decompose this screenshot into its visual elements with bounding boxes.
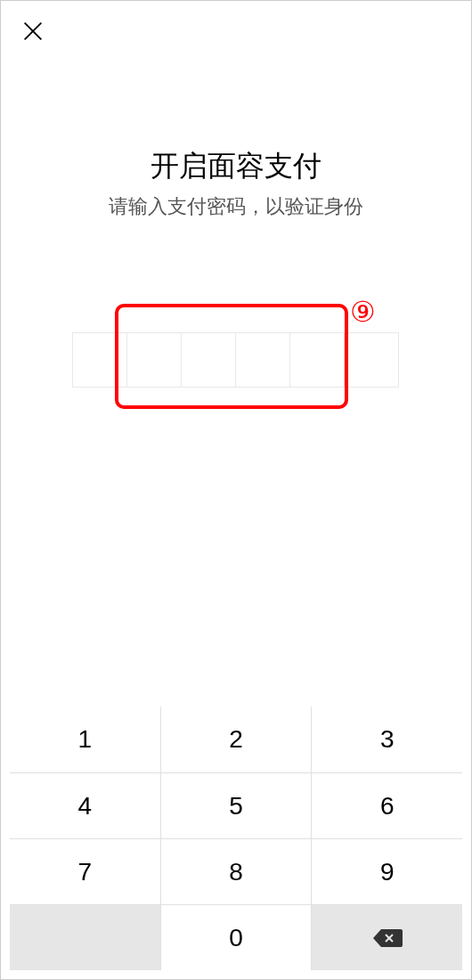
pin-digit-1 [72, 332, 127, 388]
pin-digit-5 [289, 332, 345, 388]
pin-digit-2 [126, 332, 182, 388]
key-9[interactable]: 9 [311, 838, 462, 904]
pin-input[interactable] [72, 332, 399, 388]
pin-digit-4 [235, 332, 290, 388]
pin-digit-3 [181, 332, 236, 388]
key-delete[interactable] [311, 904, 462, 970]
annotation-badge: ⑨ [350, 295, 376, 329]
numeric-keypad: 1 2 3 4 5 6 7 8 9 0 [10, 706, 462, 970]
key-0[interactable]: 0 [160, 904, 312, 970]
close-icon [20, 19, 45, 44]
page-subtitle: 请输入支付密码，以验证身份 [1, 193, 471, 220]
key-6[interactable]: 6 [311, 772, 462, 838]
key-7[interactable]: 7 [10, 838, 160, 904]
key-3[interactable]: 3 [311, 706, 462, 772]
key-8[interactable]: 8 [160, 838, 312, 904]
key-5[interactable]: 5 [160, 772, 312, 838]
key-4[interactable]: 4 [10, 772, 160, 838]
key-blank [10, 904, 160, 970]
key-1[interactable]: 1 [10, 706, 160, 772]
key-2[interactable]: 2 [160, 706, 312, 772]
backspace-icon [372, 927, 403, 949]
close-button[interactable] [20, 19, 45, 44]
page-title: 开启面容支付 [1, 147, 471, 186]
pin-digit-6 [344, 332, 399, 388]
